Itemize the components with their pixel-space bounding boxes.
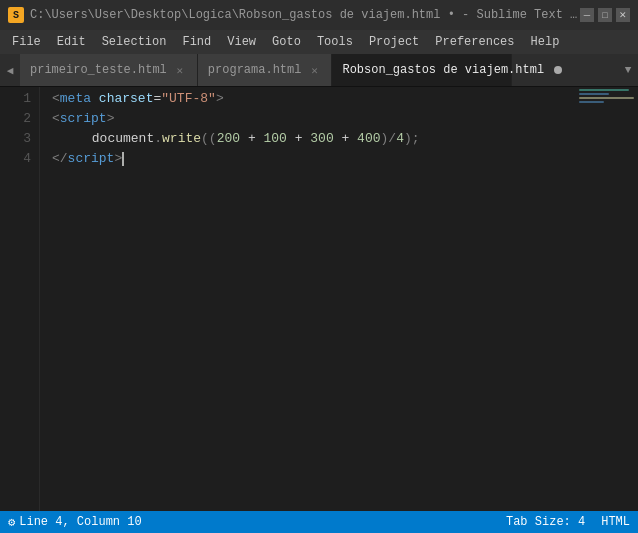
status-bar: ⚙ Line 4, Column 10 Tab Size: 4 HTML: [0, 511, 638, 533]
code-line-2: <script>: [52, 109, 578, 129]
minimize-button[interactable]: ─: [580, 8, 594, 22]
menu-goto[interactable]: Goto: [264, 30, 309, 54]
maximize-button[interactable]: □: [598, 8, 612, 22]
menu-preferences[interactable]: Preferences: [427, 30, 522, 54]
minimap-line-3: [579, 97, 634, 99]
tab-primeiro-teste[interactable]: primeiro_teste.html ✕: [20, 54, 198, 86]
menu-edit[interactable]: Edit: [49, 30, 94, 54]
tab-bar: ◀ primeiro_teste.html ✕ programa.html ✕ …: [0, 54, 638, 87]
app-icon: S: [8, 7, 24, 23]
tab-size[interactable]: Tab Size: 4: [506, 515, 585, 529]
minimap-line-1: [579, 89, 629, 91]
line-num-2: 2: [0, 109, 31, 129]
menu-selection[interactable]: Selection: [94, 30, 175, 54]
menu-bar: File Edit Selection Find View Goto Tools…: [0, 30, 638, 54]
tab-label: Robson_gastos de viajem.html: [342, 63, 544, 77]
tab-unsaved-dot: [554, 66, 562, 74]
tab-label: primeiro_teste.html: [30, 63, 167, 77]
tab-programa[interactable]: programa.html ✕: [198, 54, 333, 86]
minimap-line-2: [579, 93, 609, 95]
menu-project[interactable]: Project: [361, 30, 427, 54]
status-icon: ⚙: [8, 515, 15, 530]
title-bar: S C:\Users\User\Desktop\Logica\Robson_ga…: [0, 0, 638, 30]
window-controls: ─ □ ✕: [580, 8, 630, 22]
tabs-container: primeiro_teste.html ✕ programa.html ✕ Ro…: [20, 54, 618, 86]
language[interactable]: HTML: [601, 515, 630, 529]
menu-help[interactable]: Help: [523, 30, 568, 54]
tab-close-button[interactable]: ✕: [173, 63, 187, 77]
status-left: ⚙ Line 4, Column 10: [8, 515, 506, 530]
menu-view[interactable]: View: [219, 30, 264, 54]
menu-file[interactable]: File: [4, 30, 49, 54]
line-num-1: 1: [0, 89, 31, 109]
minimap-content: [579, 89, 634, 103]
tab-close-button[interactable]: ✕: [307, 63, 321, 77]
close-button[interactable]: ✕: [616, 8, 630, 22]
code-line-4: </script>: [52, 149, 578, 169]
status-right: Tab Size: 4 HTML: [506, 515, 630, 529]
line-num-4: 4: [0, 149, 31, 169]
menu-find[interactable]: Find: [174, 30, 219, 54]
minimap: [578, 87, 638, 511]
code-line-3: document.write((200 + 100 + 300 + 400)/4…: [52, 129, 578, 149]
tab-robson[interactable]: Robson_gastos de viajem.html: [332, 54, 512, 86]
cursor-position[interactable]: Line 4, Column 10: [19, 515, 141, 529]
tab-scroll-left[interactable]: ◀: [0, 54, 20, 86]
code-editor[interactable]: <meta charset="UTF-8"> <script> document…: [40, 87, 578, 511]
minimap-line-4: [579, 101, 604, 103]
tab-overflow-button[interactable]: ▼: [618, 54, 638, 86]
tab-label: programa.html: [208, 63, 302, 77]
editor-area[interactable]: 1 2 3 4 <meta charset="UTF-8"> <script> …: [0, 87, 638, 511]
code-line-1: <meta charset="UTF-8">: [52, 89, 578, 109]
line-num-3: 3: [0, 129, 31, 149]
line-numbers: 1 2 3 4: [0, 87, 40, 511]
menu-tools[interactable]: Tools: [309, 30, 361, 54]
window-title: C:\Users\User\Desktop\Logica\Robson_gast…: [30, 8, 580, 22]
